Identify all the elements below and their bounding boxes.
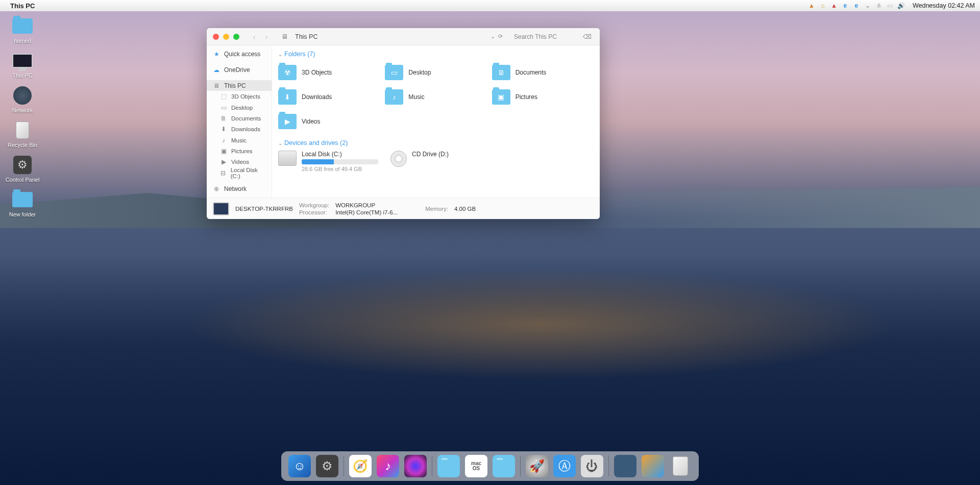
dock-appstore-icon[interactable]: Ⓐ — [553, 455, 576, 477]
sidebar-item-onedrive[interactable]: ☁ OneDrive — [207, 64, 272, 75]
sidebar-item-quick-access[interactable]: ★ Quick access — [207, 48, 272, 59]
cloud-icon: ☁ — [213, 66, 220, 74]
folder-item-pictures[interactable]: ▣Pictures — [492, 86, 594, 108]
dock-finder-icon[interactable]: ☺ — [288, 455, 311, 477]
folder-label: Pictures — [516, 93, 537, 101]
sidebar-item-downloads[interactable]: ⬇ Downloads — [207, 124, 272, 135]
tray-edge-icon-2[interactable]: e — [852, 2, 861, 10]
dock-folder-icon[interactable] — [437, 455, 460, 477]
view-dropdown-icon[interactable]: ⌄ — [491, 33, 495, 40]
folder-icon: 🗎 — [492, 65, 510, 80]
traffic-lights — [213, 34, 239, 40]
workgroup-value: WORKGROUP — [335, 202, 375, 208]
desktop-icon-label: This PC — [12, 72, 32, 79]
maximize-button[interactable] — [233, 34, 239, 40]
tray-chevron-icon[interactable]: ⌄ — [864, 2, 872, 10]
computer-name: DESKTOP-TKRRFRB — [235, 206, 293, 212]
processor-value: Intel(R) Core(TM) i7-6... — [335, 209, 398, 215]
tray-icon-2[interactable]: ⌂ — [819, 2, 827, 10]
desktop-icon-recycle-bin[interactable]: Recycle Bin — [5, 119, 40, 148]
folder-icon: ▭ — [385, 65, 403, 80]
folder-item-videos[interactable]: ▶Videos — [278, 111, 380, 132]
chevron-down-icon: ⌄ — [278, 140, 282, 146]
document-icon: 🗎 — [220, 115, 227, 122]
folder-label: Desktop — [408, 69, 431, 76]
folder-icon: ⬇ — [278, 89, 297, 105]
sidebar-item-3d-objects[interactable]: ⬚ 3D Objects — [207, 91, 272, 102]
tray-edge-icon-1[interactable]: e — [841, 2, 849, 10]
sidebar-item-label: Network — [224, 185, 247, 192]
folder-item-desktop[interactable]: ▭Desktop — [385, 62, 486, 83]
explorer-window: ‹ › 🖥 This PC ⌄ ⟳ Search This PC ⌫ ★ Qui… — [207, 28, 600, 219]
sidebar-item-label: This PC — [224, 82, 246, 89]
minimize-button[interactable] — [223, 34, 229, 40]
folder-item-downloads[interactable]: ⬇Downloads — [278, 86, 380, 108]
group-header-drives[interactable]: ⌄ Devices and drives (2) — [272, 137, 600, 149]
sidebar-item-pictures[interactable]: ▣ Pictures — [207, 146, 272, 156]
desktop-icon-hamed[interactable]: hamed — [5, 15, 40, 44]
dock-music-icon[interactable]: ♪ — [377, 455, 399, 477]
desktop-icon-new-folder[interactable]: New folder — [5, 189, 40, 217]
desktop-icon-control-panel[interactable]: ⚙ Control Panel — [5, 154, 40, 183]
menubar-clock[interactable]: Wednesday 02:42 AM — [913, 2, 975, 9]
sidebar-item-this-pc[interactable]: 🖥 This PC — [207, 80, 272, 91]
drive-free-space: 28.6 GB free of 49.4 GB — [302, 166, 378, 172]
sidebar-item-desktop[interactable]: ▭ Desktop — [207, 102, 272, 113]
dock-settings-icon[interactable]: ⚙ — [316, 455, 338, 477]
tray-icon-1[interactable]: ▲ — [807, 2, 816, 10]
folder-item-documents[interactable]: 🗎Documents — [492, 62, 594, 83]
download-icon: ⬇ — [220, 126, 227, 133]
sidebar-item-network[interactable]: ⊕ Network — [207, 184, 272, 195]
dock-siri-icon[interactable] — [404, 455, 427, 477]
desktop-icon-label: Control Panel — [6, 177, 40, 183]
desktop-icon-this-pc[interactable]: This PC — [5, 50, 40, 79]
dock-separator — [520, 456, 521, 476]
drive-item-cd[interactable]: CD Drive (D:) — [390, 151, 493, 172]
trash-icon — [16, 122, 29, 139]
dock-power-icon[interactable]: ⏻ — [581, 455, 603, 477]
star-icon: ★ — [213, 51, 220, 58]
memory-value: 4.00 GB — [454, 206, 476, 212]
video-icon: ▶ — [220, 158, 227, 165]
desktop-icon-network[interactable]: Network — [5, 85, 40, 113]
drive-usage-fill — [302, 159, 334, 164]
sidebar-item-music[interactable]: ♪ Music — [207, 135, 272, 146]
tray-icon-3[interactable]: ▲ — [830, 2, 838, 10]
dock-safari-icon[interactable]: 🧭 — [349, 455, 372, 477]
sidebar-item-label: Documents — [231, 115, 261, 122]
group-header-label: Folders (7) — [284, 51, 315, 58]
search-input[interactable]: Search This PC ⌫ — [512, 32, 594, 42]
location-breadcrumb[interactable]: This PC — [295, 33, 317, 40]
dock-recent-grid-icon[interactable] — [642, 455, 664, 477]
drive-name: Local Disk (C:) — [302, 151, 378, 158]
refresh-button[interactable]: ⟳ — [498, 33, 503, 40]
window-titlebar[interactable]: ‹ › 🖥 This PC ⌄ ⟳ Search This PC ⌫ — [207, 28, 600, 45]
music-note-icon: ♪ — [220, 137, 227, 144]
dock-trash-icon[interactable] — [669, 455, 692, 477]
dock-launchpad-icon[interactable]: 🚀 — [526, 455, 548, 477]
sidebar-item-videos[interactable]: ▶ Videos — [207, 157, 272, 167]
active-app-name[interactable]: This PC — [10, 2, 35, 10]
folder-item-3d-objects[interactable]: ☢3D Objects — [278, 62, 380, 83]
monitor-icon — [12, 54, 33, 68]
content-pane: ⌄ Folders (7) ☢3D Objects ▭Desktop 🗎Docu… — [272, 45, 600, 198]
tray-battery-icon[interactable]: ▭ — [886, 2, 894, 10]
close-button[interactable] — [213, 34, 219, 40]
clear-search-icon[interactable]: ⌫ — [583, 33, 592, 40]
drive-item-local-disk[interactable]: Local Disk (C:) 28.6 GB free of 49.4 GB — [278, 151, 380, 172]
tray-volume-icon[interactable]: 🔊 — [897, 2, 905, 10]
folder-item-music[interactable]: ♪Music — [385, 86, 486, 108]
nav-back-button[interactable]: ‹ — [249, 31, 260, 42]
sidebar-item-label: Music — [231, 137, 247, 143]
dock-separator — [608, 456, 609, 476]
sidebar-item-local-disk[interactable]: ⊟ Local Disk (C:) — [207, 167, 272, 179]
dock-recent-image-icon[interactable] — [614, 455, 636, 477]
dock-folder-icon-2[interactable] — [493, 455, 515, 477]
group-header-folders[interactable]: ⌄ Folders (7) — [272, 48, 600, 60]
nav-forward-button[interactable]: › — [261, 31, 272, 42]
dock-macos-icon[interactable]: macOS — [465, 455, 487, 477]
tray-wifi-icon[interactable]: ⋔ — [875, 2, 883, 10]
folder-label: Music — [408, 93, 424, 101]
sidebar-item-documents[interactable]: 🗎 Documents — [207, 113, 272, 124]
dock-separator — [344, 456, 344, 476]
